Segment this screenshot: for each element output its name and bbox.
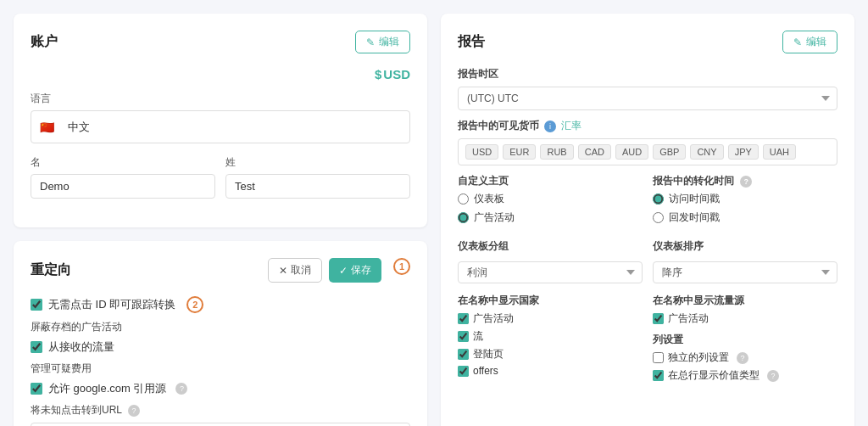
radio-postback-label: 回发时间戳 — [669, 210, 720, 225]
list-independent-label: 独立的列设置 — [668, 350, 729, 365]
dashboard-group-label: 仪表板分组 — [458, 239, 643, 254]
first-name-label: 名 — [31, 155, 215, 170]
redirect-actions: ✕ 取消 ✓ 保存 1 — [268, 258, 410, 283]
radio-campaigns[interactable] — [458, 212, 469, 223]
show-country-landing-label: 登陆页 — [473, 347, 504, 362]
account-header: 账户 ✎ 编辑 — [31, 31, 410, 53]
show-country-offers-check[interactable] — [458, 366, 469, 377]
list-independent-check[interactable] — [653, 352, 664, 363]
report-card: 报告 ✎ 编辑 报告时区 (UTC) UTC 报告中的可见货币 i 汇率 USD… — [441, 14, 854, 426]
flag-icon: 🇨🇳 — [40, 121, 54, 134]
currency-display: $USD — [31, 67, 410, 81]
redirect-card: 重定向 ✕ 取消 ✓ 保存 1 无需点击 ID 即可跟踪转换 2 — [14, 241, 427, 426]
google-referer-checkbox[interactable] — [31, 383, 42, 395]
info-icon[interactable]: i — [544, 121, 556, 132]
suspicious-fees-label: 管理可疑费用 — [31, 362, 410, 376]
show-source-section: 在名称中显示流量源 广告活动 列设置 独立的列设置 ? 在总行显示价值类型 — [653, 294, 837, 386]
question-icon-conversion[interactable]: ? — [740, 176, 752, 188]
show-country-flow-check[interactable] — [458, 331, 469, 342]
show-source-label: 在名称中显示流量源 — [653, 294, 837, 308]
account-card: 账户 ✎ 编辑 $USD 语言 🇨🇳 中文 — [14, 14, 427, 227]
currency-tag-cny[interactable]: CNY — [690, 144, 723, 160]
question-icon-url[interactable]: ? — [128, 405, 140, 417]
dashboard-group-select[interactable]: 利润 — [458, 261, 643, 283]
first-name-input[interactable] — [31, 174, 215, 199]
show-country-landing-item: 登陆页 — [458, 347, 643, 362]
conversion-time-label: 报告中的转化时间 ? — [653, 174, 837, 188]
radio-postback-timestamp-item: 回发时间戳 — [653, 210, 837, 225]
currency-tag-usd[interactable]: USD — [465, 144, 498, 160]
list-show-value-item: 在总行显示价值类型 ? — [653, 368, 837, 383]
show-country-campaigns-item: 广告活动 — [458, 311, 643, 326]
currency-tag-eur[interactable]: EUR — [503, 144, 536, 160]
custom-home-section: 自定义主页 仪表板 广告活动 — [458, 174, 643, 229]
custom-home-label: 自定义主页 — [458, 174, 643, 188]
report-options-grid: 自定义主页 仪表板 广告活动 报告中的转化时间 ? — [458, 174, 837, 386]
show-country-section: 在名称中显示国家 广告活动 流 登陆页 off — [458, 294, 643, 386]
show-country-landing-check[interactable] — [458, 349, 469, 360]
list-show-value-label: 在总行显示价值类型 — [668, 368, 760, 383]
last-name-input[interactable] — [225, 174, 410, 199]
show-country-campaigns-check[interactable] — [458, 313, 469, 324]
question-icon-list2[interactable]: ? — [767, 370, 779, 382]
archived-campaigns-label: 屏蔽存档的广告活动 — [31, 320, 410, 334]
report-title: 报告 — [458, 33, 485, 51]
language-select[interactable]: 中文 — [59, 115, 401, 138]
show-country-flow-item: 流 — [458, 329, 643, 344]
conversion-time-section: 报告中的转化时间 ? 访问时间戳 回发时间戳 — [653, 174, 837, 229]
account-edit-button[interactable]: ✎ 编辑 — [355, 31, 410, 53]
save-button[interactable]: ✓ 保存 — [329, 258, 381, 283]
currency-tag-rub[interactable]: RUB — [540, 144, 573, 160]
radio-postback-timestamp[interactable] — [653, 212, 664, 223]
x-icon: ✕ — [279, 265, 287, 277]
question-icon-google[interactable]: ? — [175, 383, 187, 395]
from-traffic-checkbox[interactable] — [31, 341, 42, 353]
language-group: 语言 🇨🇳 中文 — [31, 92, 410, 143]
cancel-button[interactable]: ✕ 取消 — [268, 258, 322, 283]
currency-section-header: 报告中的可见货币 i 汇率 — [458, 119, 837, 133]
show-source-campaigns-label: 广告活动 — [668, 311, 709, 326]
currency-tag-cad[interactable]: CAD — [578, 144, 611, 160]
radio-visit-timestamp[interactable] — [653, 193, 664, 205]
currency-tag-aud[interactable]: AUD — [615, 144, 648, 160]
radio-campaigns-label: 广告活动 — [474, 210, 515, 225]
dashboard-sort-section: 仪表板排序 降序 — [653, 239, 837, 283]
dashboard-group-section: 仪表板分组 利润 — [458, 239, 643, 283]
unknown-click-label: 将未知点击转到URL ? — [31, 403, 410, 418]
tracking-checkbox[interactable] — [31, 299, 42, 311]
radio-dashboard[interactable] — [458, 193, 469, 205]
currency-tags-container: USD EUR RUB CAD AUD GBP CNY JPY UAH — [458, 138, 837, 165]
show-country-offers-label: offers — [473, 365, 498, 377]
show-country-campaigns-label: 广告活动 — [473, 311, 514, 326]
timezone-select[interactable]: (UTC) UTC — [458, 87, 837, 110]
show-country-flow-label: 流 — [473, 329, 483, 344]
question-icon-list1[interactable]: ? — [737, 352, 748, 364]
redirect-header: 重定向 ✕ 取消 ✓ 保存 1 — [31, 258, 410, 283]
last-name-label: 姓 — [225, 155, 410, 170]
language-label: 语言 — [31, 92, 410, 106]
language-select-wrapper: 🇨🇳 中文 — [31, 110, 410, 143]
currency-section-label: 报告中的可见货币 — [458, 119, 539, 133]
tracking-label: 无需点击 ID 即可跟踪转换 — [48, 297, 175, 312]
timezone-label: 报告时区 — [458, 67, 837, 81]
currency-tag-jpy[interactable]: JPY — [728, 144, 759, 160]
account-title: 账户 — [31, 33, 58, 51]
radio-visit-timestamp-item: 访问时间戳 — [653, 192, 837, 206]
badge-2: 2 — [186, 296, 203, 313]
check-icon: ✓ — [339, 265, 348, 277]
currency-symbol: $ — [375, 67, 381, 81]
from-traffic-checkbox-item: 从接收的流量 — [31, 339, 410, 355]
show-source-campaigns-item: 广告活动 — [653, 311, 837, 326]
report-edit-button[interactable]: ✎ 编辑 — [782, 31, 837, 53]
url-input[interactable] — [31, 423, 410, 426]
exchange-rate-link[interactable]: 汇率 — [561, 119, 581, 133]
list-show-value-check[interactable] — [653, 370, 664, 381]
currency-code: USD — [383, 67, 410, 81]
currency-tag-gbp[interactable]: GBP — [653, 144, 686, 160]
dashboard-sort-select[interactable]: 降序 — [653, 261, 837, 283]
dashboard-sort-label: 仪表板排序 — [653, 239, 837, 254]
show-source-campaigns-check[interactable] — [653, 313, 664, 324]
currency-tag-uah[interactable]: UAH — [763, 144, 796, 160]
from-traffic-label: 从接收的流量 — [48, 339, 114, 355]
show-country-label: 在名称中显示国家 — [458, 294, 643, 308]
